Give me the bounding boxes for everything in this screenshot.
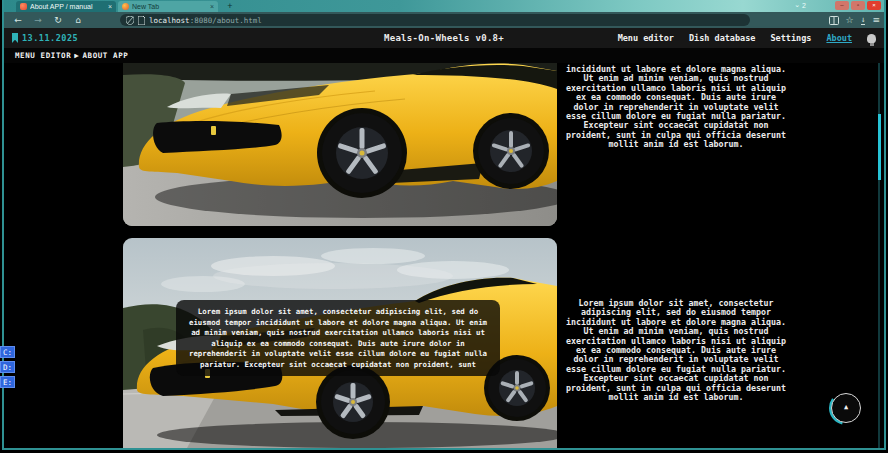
breadcrumb-current: ABOUT APP (82, 51, 128, 60)
bookmark-star-icon[interactable]: ☆ (846, 13, 854, 27)
nav-menu-editor[interactable]: Menu editor (618, 33, 674, 43)
breadcrumb-bar: MENU EDITOR▶ABOUT APP (4, 48, 884, 63)
desktop-screen: C: D: E: About APP / manual × New Tab × … (0, 0, 888, 453)
car-photo-card-1 (123, 63, 557, 226)
chevron-down-icon: ⌄ (794, 1, 800, 9)
yellow-ferrari-front-photo (123, 63, 557, 226)
nav-about[interactable]: About (826, 33, 852, 43)
breadcrumb: MENU EDITOR▶ABOUT APP (15, 51, 128, 60)
arrow-up-icon: ▲ (831, 393, 861, 423)
app-nav: Menu editor Dish database Settings About (618, 33, 876, 43)
reload-button[interactable]: ↻ (52, 13, 64, 27)
image-caption-overlay: Lorem ipsum dolor sit amet, consectetur … (176, 300, 500, 376)
maximize-button[interactable]: ▫ (851, 1, 865, 10)
minimize-button[interactable]: – (835, 1, 849, 10)
tab-close-icon[interactable]: × (108, 3, 112, 10)
page-favicon-icon (20, 3, 27, 10)
url-text: localhost:8080/about.html (149, 16, 262, 25)
url-bar[interactable]: localhost:8080/about.html (120, 14, 750, 26)
tab-overflow-button[interactable]: ⌄ 2 (794, 1, 806, 9)
close-button[interactable]: × (867, 1, 881, 10)
tab-title: About APP / manual (30, 3, 105, 10)
url-host: localhost (149, 16, 190, 25)
tab-count: 2 (802, 2, 806, 9)
tab-close-icon[interactable]: × (210, 3, 214, 10)
browser-toolbar: ← → ↻ ⌂ localhost:8080/about.html ☆ (4, 12, 884, 28)
shield-off-icon (126, 16, 134, 25)
car-photo-card-2: Lorem ipsum dolor sit amet, consectetur … (123, 238, 557, 448)
breadcrumb-separator-icon: ▶ (74, 51, 79, 60)
page-content: incididunt ut labore et dolore magna ali… (4, 63, 884, 448)
firefox-favicon-icon (122, 3, 129, 10)
home-button[interactable]: ⌂ (72, 13, 84, 27)
tab-new-tab[interactable]: New Tab × (118, 1, 218, 12)
desktop-drive-c[interactable]: C: (0, 346, 15, 358)
nav-settings[interactable]: Settings (770, 33, 811, 43)
new-tab-button[interactable]: + (224, 1, 236, 12)
scroll-to-top-button[interactable]: ▲ (829, 391, 863, 425)
page-info-icon (138, 16, 145, 25)
about-paragraph-1: incididunt ut labore et dolore magna ali… (565, 65, 787, 150)
toolbar-right-icons: ☆ ↓ ≡ (829, 12, 880, 28)
forward-button[interactable]: → (32, 13, 44, 27)
nav-dish-database[interactable]: Dish database (689, 33, 756, 43)
window-controls: – ▫ × (835, 1, 881, 10)
about-paragraph-2: Lorem ipsum dolor sit amet, consectetur … (565, 299, 787, 402)
back-button[interactable]: ← (12, 13, 24, 27)
page-scrollbar-thumb[interactable] (878, 114, 881, 180)
tab-title: New Tab (132, 3, 207, 10)
app-header: 13.11.2025 Meals-On-Wheels v0.8+ Menu ed… (4, 28, 884, 48)
desktop-drive-e[interactable]: E: (0, 376, 15, 388)
breadcrumb-parent[interactable]: MENU EDITOR (15, 51, 71, 60)
browser-window: About APP / manual × New Tab × + ⌄ 2 – ▫… (2, 0, 886, 450)
reader-view-icon[interactable] (829, 16, 839, 25)
hamburger-menu-icon[interactable]: ≡ (872, 13, 880, 27)
tab-bar: About APP / manual × New Tab × + ⌄ 2 – ▫… (4, 0, 884, 12)
url-path: :8080/about.html (190, 16, 262, 25)
theme-bulb-icon[interactable] (867, 34, 876, 43)
tab-about-app[interactable]: About APP / manual × (16, 1, 116, 12)
desktop-drive-d[interactable]: D: (0, 361, 15, 373)
downloads-icon[interactable]: ↓ (861, 15, 866, 25)
